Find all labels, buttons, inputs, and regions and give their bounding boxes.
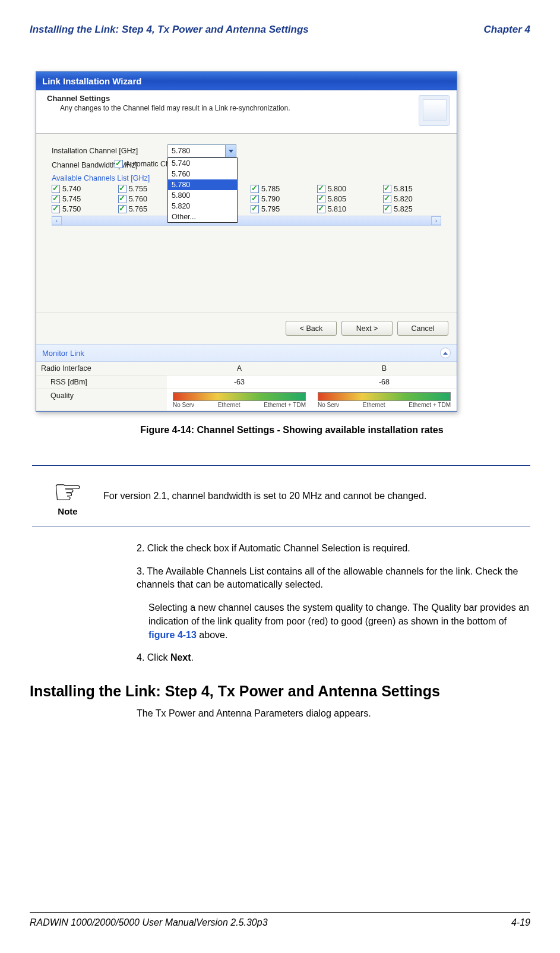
auto-channel-checkbox[interactable] (115, 160, 123, 168)
title-bar: Link Installation Wizard (36, 72, 457, 90)
channel-label: 5.805 (328, 195, 346, 203)
scroll-left-icon[interactable]: ‹ (52, 216, 62, 225)
channel-label: 5.755 (129, 185, 147, 193)
wizard-header: Channel Settings Any changes to the Chan… (36, 90, 457, 134)
channel-checkbox[interactable] (317, 205, 325, 213)
channel-checkbox[interactable] (317, 185, 325, 193)
channel-label: 5.800 (328, 185, 346, 193)
chevron-down-icon[interactable] (225, 145, 236, 157)
quality-cell-a: No Serv Ethernet Ethernet + TDM (167, 389, 312, 411)
channel-label: 5.815 (394, 185, 412, 193)
wizard-header-title: Channel Settings (47, 94, 419, 103)
collapse-icon[interactable] (440, 348, 451, 358)
dropdown-option[interactable]: Other... (168, 212, 237, 222)
install-channel-value: 5.780 (172, 147, 190, 155)
back-button[interactable]: < Back (286, 321, 337, 336)
install-channel-label: Installation Channel [GHz] (52, 147, 167, 155)
q-left: No Serv (173, 402, 194, 408)
q-left: No Serv (318, 402, 339, 408)
dropdown-option[interactable]: 5.760 (168, 169, 237, 179)
note-text: For version 2.1, channel bandwidth is se… (103, 490, 530, 503)
install-channel-dropdown[interactable]: 5.780 5.7405.7605.7805.8005.820Other... (167, 144, 236, 157)
rss-label: RSS [dBm] (36, 375, 167, 389)
channel-label: 5.740 (62, 185, 81, 193)
channel-cell: 5.800 (317, 185, 375, 193)
step-3b-pre: Selecting a new channel causes the syste… (148, 602, 529, 626)
wizard-header-subtitle: Any changes to the Channel field may res… (60, 104, 419, 112)
q-right: Ethernet + TDM (409, 402, 451, 408)
quality-label: Quality (36, 389, 167, 411)
channel-checkbox[interactable] (52, 205, 60, 213)
monitor-table: Radio Interface A B RSS [dBm] -63 -68 Qu… (36, 362, 457, 411)
step-2: 2. Click the check box if Automatic Chan… (137, 542, 530, 556)
channel-checkbox[interactable] (52, 195, 60, 203)
monitor-header-b: B (312, 362, 457, 375)
quality-scale-b: No Serv Ethernet Ethernet + TDM (318, 402, 451, 408)
cancel-button[interactable]: Cancel (397, 321, 448, 336)
dropdown-option[interactable]: 5.820 (168, 201, 237, 212)
monitor-icon (419, 95, 450, 126)
channel-checkbox[interactable] (383, 195, 391, 203)
channel-cell: 5.750 (52, 205, 110, 213)
section-heading: Installing the Link: Step 4, Tx Power an… (30, 683, 530, 700)
channel-checkbox[interactable] (317, 195, 325, 203)
note-block: ☞ Note For version 2.1, channel bandwidt… (32, 465, 530, 526)
channel-label: 5.825 (394, 205, 412, 213)
dropdown-option[interactable]: 5.800 (168, 190, 237, 201)
channel-label: 5.790 (261, 195, 280, 203)
footer-right: 4-19 (511, 917, 530, 928)
monitor-header-radio: Radio Interface (36, 362, 167, 375)
step-4-bold: Next (170, 652, 191, 662)
install-channel-options[interactable]: 5.7405.7605.7805.8005.820Other... (167, 157, 238, 223)
channel-label: 5.745 (62, 195, 81, 203)
step-4-pre: 4. Click (137, 652, 170, 662)
channel-cell: 5.820 (383, 195, 441, 203)
channel-cell: 5.745 (52, 195, 110, 203)
footer-left: RADWIN 1000/2000/5000 User ManualVersion… (30, 917, 268, 928)
header-right: Chapter 4 (484, 24, 530, 36)
channel-checkbox[interactable] (251, 195, 259, 203)
channel-checkbox[interactable] (118, 205, 126, 213)
note-label: Note (32, 506, 103, 516)
page-header: Installing the Link: Step 4, Tx Power an… (30, 24, 530, 36)
channel-checkbox[interactable] (383, 185, 391, 193)
channel-label: 5.765 (129, 205, 147, 213)
next-button[interactable]: Next > (341, 321, 393, 336)
channel-checkbox[interactable] (383, 205, 391, 213)
channel-checkbox[interactable] (251, 205, 259, 213)
title-bar-text: Link Installation Wizard (42, 76, 141, 86)
channel-checkbox[interactable] (118, 185, 126, 193)
channels-scrollbar[interactable]: ‹ › (52, 216, 441, 226)
rss-value-b: -68 (312, 375, 457, 389)
step-3b: Selecting a new channel causes the syste… (148, 601, 530, 642)
figure-ref-link[interactable]: figure 4-13 (148, 630, 197, 640)
step-3a: 3. The Available Channels List contains … (137, 565, 530, 592)
step-4-post: . (191, 652, 194, 662)
channel-checkbox[interactable] (52, 185, 60, 193)
wizard-body: Installation Channel [GHz] 5.780 5.7405.… (36, 134, 457, 312)
dropdown-option[interactable]: 5.780 (168, 179, 237, 190)
channel-checkbox[interactable] (118, 195, 126, 203)
quality-bar-b (318, 392, 451, 401)
channel-label: 5.810 (328, 205, 346, 213)
channel-cell: 5.825 (383, 205, 441, 213)
available-channels-grid: 5.7405.7555.7705.7855.8005.8155.7455.760… (52, 185, 441, 213)
quality-scale-a: No Serv Ethernet Ethernet + TDM (173, 402, 306, 408)
scroll-right-icon[interactable]: › (431, 216, 441, 225)
channel-checkbox[interactable] (251, 185, 259, 193)
channel-cell: 5.740 (52, 185, 110, 193)
monitor-link-bar[interactable]: Monitor Link (36, 344, 457, 362)
section-body: The Tx Power and Antenna Parameters dial… (137, 708, 530, 719)
channel-cell: 5.795 (251, 205, 309, 213)
step-4: 4. Click Next. (137, 651, 530, 665)
wizard-header-text: Channel Settings Any changes to the Chan… (47, 94, 419, 126)
dropdown-option[interactable]: 5.740 (168, 158, 237, 169)
header-left: Installing the Link: Step 4, Tx Power an… (30, 24, 309, 36)
channel-label: 5.750 (62, 205, 81, 213)
channel-cell: 5.790 (251, 195, 309, 203)
quality-bar-a (173, 392, 306, 401)
q-mid: Ethernet (218, 402, 241, 408)
channel-label: 5.760 (129, 195, 147, 203)
figure-caption: Figure 4-14: Channel Settings - Showing … (65, 425, 518, 436)
channel-cell: 5.815 (383, 185, 441, 193)
